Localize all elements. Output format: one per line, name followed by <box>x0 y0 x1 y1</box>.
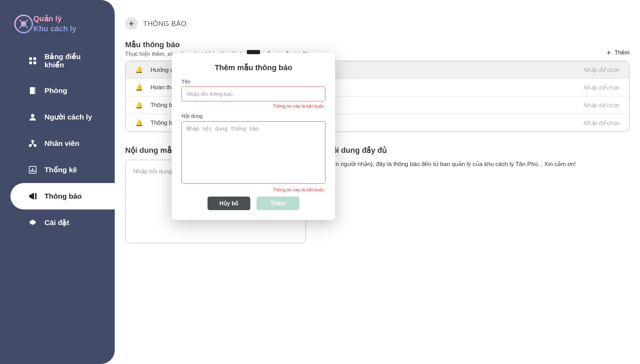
brand: Quản lý Khu cách ly <box>0 14 115 44</box>
sidebar-item-label: Nhân viên <box>44 139 79 148</box>
add-template-modal: Thêm mẫu thông báo Tên Thông tin này là … <box>172 53 335 220</box>
sidebar-item-notifications[interactable]: Thông báo <box>10 183 115 209</box>
megaphone-icon <box>28 191 38 201</box>
virus-icon <box>14 14 33 34</box>
sidebar-item-label: Cài đặt <box>44 218 69 227</box>
svg-rect-12 <box>29 61 32 64</box>
sidebar-item-label: Thống kê <box>44 166 77 174</box>
sidebar: Quản lý Khu cách ly Bảng điều khiển Phòn… <box>0 0 115 364</box>
bell-icon: 🔔 <box>135 119 143 127</box>
door-icon <box>28 86 38 96</box>
cancel-button[interactable]: Hủy bỏ <box>208 197 250 210</box>
modal-title: Thêm mẫu thông báo <box>181 63 325 72</box>
bell-icon: 🔔 <box>135 101 143 109</box>
add-template-button[interactable]: + Thêm <box>607 48 630 57</box>
plus-icon: + <box>607 48 611 57</box>
name-label: Tên <box>181 78 325 84</box>
list-item-hint: Nhấp để chọn <box>584 84 619 91</box>
modal-handle[interactable] <box>247 50 260 54</box>
section-title: Mẫu thông báo <box>125 40 312 49</box>
brand-line1: Quản lý <box>33 14 76 24</box>
svg-point-1 <box>21 21 26 27</box>
team-icon <box>28 139 38 148</box>
name-input[interactable] <box>181 86 325 101</box>
back-button[interactable] <box>125 17 138 30</box>
svg-point-16 <box>31 114 34 117</box>
sidebar-item-staff[interactable]: Nhân viên <box>10 130 115 157</box>
svg-rect-22 <box>32 168 33 172</box>
chart-icon <box>28 165 38 175</box>
svg-rect-13 <box>33 61 36 64</box>
svg-point-17 <box>31 140 34 143</box>
content-label: Nội dung <box>181 113 325 119</box>
svg-rect-10 <box>29 57 32 60</box>
sidebar-item-settings[interactable]: Cài đặt <box>10 209 115 236</box>
svg-line-7 <box>26 26 28 28</box>
full-content-text: {Tên người nhận}, đây là thông báo đến t… <box>327 160 630 169</box>
add-label: Thêm <box>615 49 630 56</box>
svg-line-6 <box>19 20 22 22</box>
preview-placeholder: Nhập nội dung <box>133 168 172 175</box>
sidebar-item-label: Người cách ly <box>44 113 92 121</box>
list-item-hint: Nhấp để chọn <box>584 102 619 109</box>
submit-button[interactable]: Thêm <box>257 197 299 210</box>
svg-line-8 <box>26 20 28 22</box>
dashboard-icon <box>28 56 38 66</box>
svg-rect-15 <box>34 87 35 94</box>
svg-rect-21 <box>31 170 32 172</box>
content-error: Thông tin này là bắt buộc. <box>181 187 325 192</box>
brand-line2: Khu cách ly <box>33 24 76 34</box>
sidebar-item-rooms[interactable]: Phòng <box>10 77 115 104</box>
svg-rect-14 <box>30 87 34 94</box>
page-title: THÔNG BÁO <box>143 20 187 28</box>
full-content-title: Nội dung đầy đủ <box>327 146 630 155</box>
bell-icon: 🔔 <box>135 66 143 74</box>
sidebar-item-dashboard[interactable]: Bảng điều khiển <box>10 44 115 77</box>
bell-icon: 🔔 <box>135 84 143 91</box>
content-input[interactable] <box>181 121 325 184</box>
sidebar-item-label: Phòng <box>44 86 67 95</box>
svg-rect-23 <box>34 171 35 172</box>
sidebar-item-quarantined[interactable]: Người cách ly <box>10 104 115 130</box>
gear-icon <box>28 218 38 228</box>
svg-rect-11 <box>33 57 36 60</box>
name-error: Thông tin này là bắt buộc. <box>181 104 325 109</box>
sidebar-item-label: Bảng điều khiển <box>44 52 97 69</box>
sidebar-item-label: Thông báo <box>44 192 82 200</box>
list-item-hint: Nhấp để chọn <box>584 120 619 126</box>
person-icon <box>28 112 38 122</box>
sidebar-item-stats[interactable]: Thống kê <box>10 157 115 183</box>
svg-line-9 <box>19 26 22 28</box>
list-item-hint: Nhấp để chọn <box>584 67 619 73</box>
